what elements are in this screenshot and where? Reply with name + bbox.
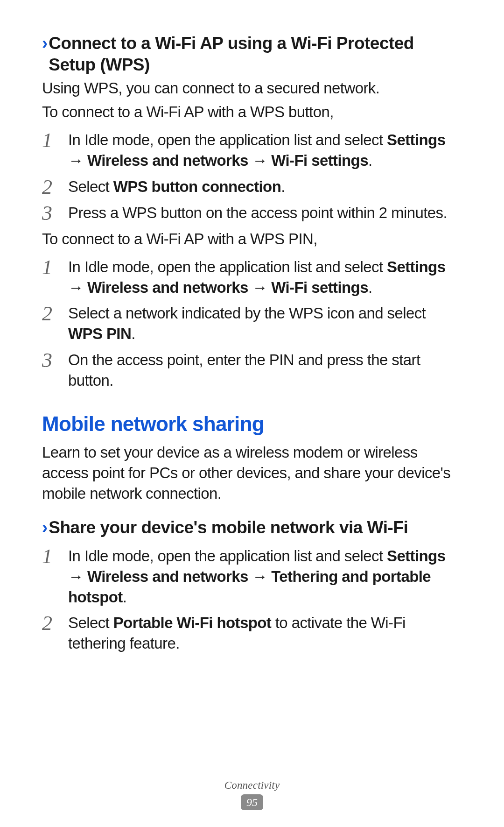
footer-section-label: Connectivity xyxy=(0,779,504,792)
subheading-wps-text: Connect to a Wi-Fi AP using a Wi-Fi Prot… xyxy=(49,33,462,76)
paragraph-wps-intro2: To connect to a Wi-Fi AP with a WPS butt… xyxy=(42,102,462,122)
step-text: In Idle mode, open the application list … xyxy=(68,258,387,276)
step-bold: Settings xyxy=(387,547,445,565)
page-footer: Connectivity 95 xyxy=(0,779,504,810)
step-bold: WPS button connection xyxy=(113,178,281,195)
step-text: → xyxy=(248,279,272,296)
subheading-share-wifi-text: Share your device's mobile network via W… xyxy=(49,517,462,538)
step-text: → xyxy=(248,152,272,169)
step-text: . xyxy=(131,325,135,342)
step-bold: Wi-Fi settings xyxy=(271,152,368,169)
step-text: → xyxy=(68,152,87,169)
step-text: → xyxy=(68,568,87,585)
paragraph-sharing-intro: Learn to set your device as a wireless m… xyxy=(42,442,462,504)
steps-wps-button: In Idle mode, open the application list … xyxy=(42,130,462,223)
chevron-icon: › xyxy=(42,33,46,54)
step-2: Select WPS button connection. xyxy=(42,177,462,197)
step-text: → xyxy=(248,568,272,585)
subheading-share-wifi: › Share your device's mobile network via… xyxy=(42,517,462,538)
step-bold: Wireless and networks xyxy=(87,279,248,296)
step-3: Press a WPS button on the access point w… xyxy=(42,203,462,223)
step-bold: WPS PIN xyxy=(68,325,131,342)
step-1: In Idle mode, open the application list … xyxy=(42,130,462,171)
step-bold: Settings xyxy=(387,131,445,148)
paragraph-wps-intro1: Using WPS, you can connect to a secured … xyxy=(42,78,462,99)
step-2: Select Portable Wi-Fi hotspot to activat… xyxy=(42,613,462,654)
step-text: Select xyxy=(68,178,113,195)
steps-share-wifi: In Idle mode, open the application list … xyxy=(42,546,462,654)
step-text: On the access point, enter the PIN and p… xyxy=(68,351,420,389)
step-text: Select xyxy=(68,614,113,631)
step-text: . xyxy=(368,152,372,169)
step-bold: Wi-Fi settings xyxy=(271,279,368,296)
chevron-icon: › xyxy=(42,517,46,538)
subheading-wps: › Connect to a Wi-Fi AP using a Wi-Fi Pr… xyxy=(42,33,462,76)
page-number-badge: 95 xyxy=(241,794,263,810)
step-bold: Wireless and networks xyxy=(87,568,248,585)
step-text: In Idle mode, open the application list … xyxy=(68,547,387,565)
step-1: In Idle mode, open the application list … xyxy=(42,257,462,298)
heading-mobile-network-sharing: Mobile network sharing xyxy=(42,412,462,436)
step-2: Select a network indicated by the WPS ic… xyxy=(42,303,462,344)
step-1: In Idle mode, open the application list … xyxy=(42,546,462,608)
step-bold: Wireless and networks xyxy=(87,152,248,169)
step-text: . xyxy=(368,279,372,296)
step-text: In Idle mode, open the application list … xyxy=(68,131,387,148)
steps-wps-pin: In Idle mode, open the application list … xyxy=(42,257,462,391)
step-bold: Settings xyxy=(387,258,445,276)
step-3: On the access point, enter the PIN and p… xyxy=(42,350,462,391)
step-text: Select a network indicated by the WPS ic… xyxy=(68,304,426,322)
step-text: → xyxy=(68,279,87,296)
step-text: Press a WPS button on the access point w… xyxy=(68,204,447,221)
step-bold: Portable Wi-Fi hotspot xyxy=(113,614,271,631)
step-text: . xyxy=(123,588,127,606)
paragraph-wps-pin-intro: To connect to a Wi-Fi AP with a WPS PIN, xyxy=(42,229,462,249)
step-text: . xyxy=(281,178,285,195)
manual-page: › Connect to a Wi-Fi AP using a Wi-Fi Pr… xyxy=(0,0,504,654)
